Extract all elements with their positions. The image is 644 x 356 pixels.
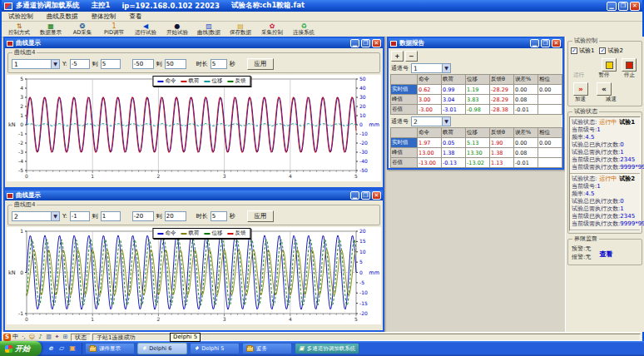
minimize-icon[interactable]: ▁: [350, 39, 359, 47]
chinese-mode-icon[interactable]: 中: [12, 334, 19, 341]
svg-text:10: 10: [359, 112, 366, 118]
channel-select[interactable]: 1▼: [411, 63, 451, 73]
running-state: 运行中: [599, 119, 617, 126]
voice-icon[interactable]: ♪: [37, 334, 44, 341]
y1-max-field[interactable]: 5: [101, 59, 121, 69]
channel-select[interactable]: 2▼: [12, 211, 60, 221]
minimize-icon[interactable]: ▁: [530, 39, 539, 47]
close-icon[interactable]: ✕: [552, 39, 561, 47]
toolbox-icon[interactable]: ⊞: [62, 334, 69, 341]
app-titlebar[interactable]: 多通道协调加载系统 主控1 ip=192.168.0.102 22023 试验名…: [2, 0, 642, 12]
view-button[interactable]: 查看: [599, 250, 612, 261]
decelerate-label: 减速: [606, 96, 617, 103]
table-row: 实时值1.970.055.131.900.000.00: [391, 138, 562, 148]
data-display-button[interactable]: ▦数据显示: [35, 22, 67, 37]
start-button[interactable]: 开始: [0, 341, 42, 356]
apply-button[interactable]: 应用: [247, 58, 274, 70]
save-data-button[interactable]: ▤保存数据: [225, 22, 256, 37]
row-label[interactable]: 实时值: [391, 85, 418, 95]
task-button-5[interactable]: ▣多通道协调加载系统: [295, 343, 359, 354]
ad-acquire-button[interactable]: ❂AD采集: [67, 22, 98, 37]
show-desktop-icon[interactable]: ▱: [57, 344, 66, 353]
status-key: 频率:: [572, 190, 585, 197]
keyboard-icon[interactable]: ▥: [45, 334, 52, 341]
row-label[interactable]: 谷值: [391, 105, 418, 115]
test-checkbox-2[interactable]: ✓试验2: [599, 47, 622, 55]
y2-max-field[interactable]: 50: [165, 59, 186, 69]
chart-area-2: 命令载荷位移反馈 -101-20-15-10-505101520012345kN…: [7, 227, 381, 324]
taskbar-tooltip: Delphi 5: [170, 333, 201, 342]
legend-item: 命令: [157, 77, 176, 85]
curve-window-1-titlebar[interactable]: 曲线显示 ▁ ❐ ✕: [5, 38, 383, 48]
close-icon[interactable]: ✕: [372, 39, 381, 47]
stop-button[interactable]: [622, 58, 637, 72]
test-checkbox-1[interactable]: ✓试验1: [571, 47, 594, 55]
menu-item-3[interactable]: 整体控制: [85, 12, 123, 21]
ie-icon[interactable]: e: [47, 344, 55, 353]
apply-button[interactable]: 应用: [247, 210, 274, 222]
run-test-button[interactable]: ◀运行试验: [130, 22, 161, 37]
task-button-1[interactable]: 课件显示: [85, 343, 135, 354]
test-name: 试验2: [619, 176, 635, 182]
menu-item-4[interactable]: 查看: [123, 12, 149, 21]
svg-text:5: 5: [354, 316, 358, 322]
close-icon[interactable]: ✕: [630, 2, 640, 11]
pause-button[interactable]: [602, 58, 617, 72]
y1-max-field[interactable]: 1: [101, 211, 121, 221]
y2-min-field[interactable]: -50: [132, 59, 154, 69]
menu-item-2[interactable]: 曲线及数据: [40, 12, 85, 21]
task-button-2[interactable]: ♦Delphi 6: [137, 343, 187, 354]
control-mode-button[interactable]: ⇅控制方式: [3, 22, 35, 37]
start-test-button[interactable]: ●开始试验: [161, 22, 193, 37]
duration-field[interactable]: 5: [211, 59, 227, 69]
value-cell: 3.04: [442, 95, 466, 105]
duration-field[interactable]: 5: [211, 211, 227, 221]
status-line: 当前级需执行次数:9999*999: [572, 164, 638, 171]
channel-select[interactable]: 2▼: [411, 116, 451, 126]
minimize-icon[interactable]: ▁: [350, 191, 359, 200]
maximize-icon[interactable]: ❐: [361, 191, 370, 200]
curve-data-button[interactable]: ▨曲线|数据: [193, 22, 225, 37]
sogou-logo-icon[interactable]: S: [3, 334, 11, 341]
close-icon[interactable]: ✕: [372, 191, 381, 200]
y2-min-field[interactable]: -20: [132, 211, 154, 221]
row-label[interactable]: 谷值: [391, 158, 418, 168]
channel-select[interactable]: 1▼: [12, 59, 60, 69]
acquire-control-button[interactable]: ✿采集控制: [256, 22, 288, 37]
maximize-icon[interactable]: ❐: [541, 39, 550, 47]
decelerate-button[interactable]: «: [597, 82, 612, 96]
maximize-icon[interactable]: ❐: [361, 39, 370, 47]
status-line: 试验总已执行次数:0: [572, 198, 638, 205]
maximize-icon[interactable]: ❐: [618, 2, 628, 11]
data-report-titlebar[interactable]: 数据报告 ▁ ❐ ✕: [389, 38, 562, 48]
svg-text:-10: -10: [359, 289, 368, 295]
task-button-3[interactable]: ♦Delphi 5: [190, 343, 240, 354]
skin-icon[interactable]: ✦: [53, 334, 61, 341]
app-title: 多通道协调加载系统: [16, 1, 80, 11]
emoticon-icon[interactable]: ☺: [28, 334, 36, 341]
connect-system-button[interactable]: ♻连接系统: [288, 22, 320, 37]
test-control-panel: 试验控制 ✓试验1✓试验2 运行 暂停 停止 » « 加速 减速: [565, 37, 644, 332]
accelerate-button[interactable]: »: [573, 82, 588, 96]
status-block-1: 试验状态:运行中试验1当前级号:1频率:4.5试验总已执行次数:0试验总需执行次…: [570, 117, 640, 174]
status-line: 试验总需执行次数:1: [572, 205, 638, 213]
remove-channel-button[interactable]: −: [405, 51, 418, 62]
row-label[interactable]: 峰值: [391, 95, 418, 105]
task-button-4[interactable]: 监务: [242, 343, 292, 354]
curve-window-2-titlebar[interactable]: 曲线显示 ▁ ❐ ✕: [5, 190, 383, 200]
value-cell: 0.05: [442, 138, 466, 148]
row-label[interactable]: 峰值: [391, 148, 418, 158]
punctuation-icon[interactable]: ·,: [20, 334, 27, 341]
y2-max-field[interactable]: 20: [165, 211, 186, 221]
pause-icon: [606, 62, 613, 69]
task-label: 多通道协调加载系统: [307, 345, 356, 353]
media-icon[interactable]: ▣: [68, 344, 77, 353]
row-label[interactable]: 实时值: [391, 138, 418, 148]
menu-item-1[interactable]: 试验控制: [2, 12, 40, 21]
add-channel-button[interactable]: +: [391, 51, 404, 62]
minimize-icon[interactable]: ▁: [607, 2, 617, 11]
value-cell: 0.00: [538, 85, 562, 95]
pid-adjust-button[interactable]: 1PID调节: [98, 22, 130, 37]
y1-min-field[interactable]: -5: [70, 59, 90, 69]
y1-min-field[interactable]: -1: [70, 211, 90, 221]
